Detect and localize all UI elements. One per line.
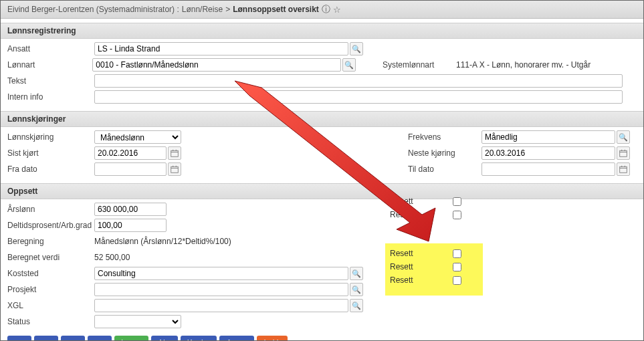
svg-rect-0	[171, 150, 179, 156]
label-sistkjort: Sist kjørt	[7, 148, 94, 158]
resett-checkbox-3[interactable]	[453, 249, 461, 258]
arslonn-input[interactable]	[94, 203, 167, 216]
label-koststed: Koststed	[7, 269, 94, 278]
resett-label-2: Resett	[390, 210, 453, 219]
resett-checkbox-4[interactable]	[453, 263, 461, 271]
breadcrumb-current: Lønnsoppsett oversikt	[233, 5, 319, 14]
prosjekt-lookup-icon[interactable]: 🔍	[350, 283, 363, 296]
xgl-lookup-icon[interactable]: 🔍	[350, 299, 363, 312]
resett-checkbox-2[interactable]	[453, 211, 461, 219]
ansatt-lookup-icon[interactable]: 🔍	[350, 42, 363, 55]
svg-rect-4	[620, 150, 627, 156]
beregnet-value: 52 500,00	[94, 253, 130, 262]
section-header-oppsett: Oppsett	[1, 183, 643, 199]
sistkjort-input[interactable]	[94, 146, 167, 160]
label-systemlonnart: Systemlønnart	[383, 60, 456, 70]
koststed-input[interactable]	[94, 267, 348, 280]
label-ansatt: Ansatt	[7, 44, 94, 53]
breadcrumb: Eivind Berger-Lorentzen (Systemadministr…	[1, 1, 643, 19]
systemlonnart-value: 111-A X - Lønn, honorarer mv. - Utgår	[456, 60, 630, 70]
breadcrumb-sep: >	[225, 5, 230, 14]
xgl-input[interactable]	[94, 299, 348, 312]
lagre-button[interactable]: Lagre	[114, 336, 148, 341]
section-oppsett: Årslønn Deltidsprosent/Arb.grad Beregnin…	[1, 199, 643, 332]
breadcrumb-user: Eivind Berger-Lorentzen (Systemadministr…	[7, 5, 179, 14]
resett-label-4: Resett	[390, 262, 453, 271]
angre-button[interactable]: Angre	[219, 336, 254, 341]
label-tildato: Til dato	[408, 164, 481, 174]
label-frekvens: Frekvens	[408, 132, 481, 142]
resett-label-1: Resett	[390, 197, 453, 206]
resett-checkbox-1[interactable]	[453, 197, 461, 206]
lonnart-lookup-icon[interactable]: 🔍	[342, 58, 356, 72]
help-icon[interactable]: ⓘ	[322, 3, 330, 15]
label-prosjekt: Prosjekt	[7, 285, 94, 294]
label-kjoring: Lønnskjøring	[7, 132, 94, 142]
tekst-input[interactable]	[94, 74, 623, 88]
tildato-calendar-icon[interactable]	[617, 162, 630, 176]
svg-rect-12	[620, 166, 627, 173]
label-beregnet: Beregnet verdi	[7, 253, 94, 262]
kopier-button[interactable]: Kopier	[181, 336, 217, 341]
frekvens-lookup-icon[interactable]: 🔍	[617, 130, 630, 144]
ny-button[interactable]: Ny	[151, 336, 178, 341]
label-intern: Intern info	[7, 92, 94, 102]
ansatt-input[interactable]	[94, 42, 348, 55]
resett-label-3: Resett	[390, 249, 453, 258]
section-header-registrering: Lønnsregistrering	[1, 23, 643, 39]
prev-button[interactable]: <	[34, 336, 58, 341]
beregning-value: Månedslønn (Årslønn/12*Deltid%/100)	[94, 237, 231, 246]
section-registrering: Ansatt 🔍 Lønnart 🔍 Systemlønnart 111-A X…	[1, 39, 643, 107]
status-select[interactable]	[94, 315, 181, 328]
label-lonnart: Lønnart	[7, 60, 92, 70]
svg-rect-8	[171, 166, 179, 173]
section-kjoringer: Lønnskjøring Månedslønn Frekvens 🔍 Sist …	[1, 127, 643, 179]
resett-label-5: Resett	[390, 275, 453, 285]
koststed-lookup-icon[interactable]: 🔍	[350, 267, 363, 280]
fradato-input[interactable]	[94, 162, 167, 176]
nestekjoring-input[interactable]	[481, 146, 615, 160]
button-bar: << < > >> Lagre Ny Kopier Angre Lukk	[1, 332, 643, 341]
resett-column: Resett Resett Resett Resett Resett	[390, 195, 461, 287]
label-xgl: XGL	[7, 301, 94, 310]
label-tekst: Tekst	[7, 76, 94, 86]
first-button[interactable]: <<	[7, 336, 31, 341]
sistkjort-calendar-icon[interactable]	[168, 146, 181, 160]
fradato-calendar-icon[interactable]	[168, 162, 181, 176]
intern-input[interactable]	[94, 90, 623, 104]
next-button[interactable]: >	[61, 336, 85, 341]
frekvens-input[interactable]	[481, 130, 615, 144]
label-beregning: Beregning	[7, 237, 94, 246]
breadcrumb-path[interactable]: Lønn/Reise	[182, 5, 223, 14]
nestekjoring-calendar-icon[interactable]	[617, 146, 630, 160]
label-nestekjoring: Neste kjøring	[408, 148, 481, 158]
lukk-button[interactable]: Lukk	[257, 336, 287, 341]
section-header-kjoringer: Lønnskjøringer	[1, 111, 643, 127]
deltid-input[interactable]	[94, 219, 167, 232]
lonnart-input[interactable]	[92, 58, 341, 72]
star-icon[interactable]: ☆	[333, 5, 341, 15]
label-fradato: Fra dato	[7, 164, 94, 174]
last-button[interactable]: >>	[88, 336, 112, 341]
label-status: Status	[7, 317, 94, 326]
prosjekt-input[interactable]	[94, 283, 348, 296]
tildato-input[interactable]	[481, 162, 615, 176]
kjoring-select[interactable]: Månedslønn	[94, 130, 181, 144]
label-arslonn: Årslønn	[7, 205, 94, 214]
label-deltid: Deltidsprosent/Arb.grad	[7, 221, 94, 230]
resett-checkbox-5[interactable]	[453, 276, 461, 285]
